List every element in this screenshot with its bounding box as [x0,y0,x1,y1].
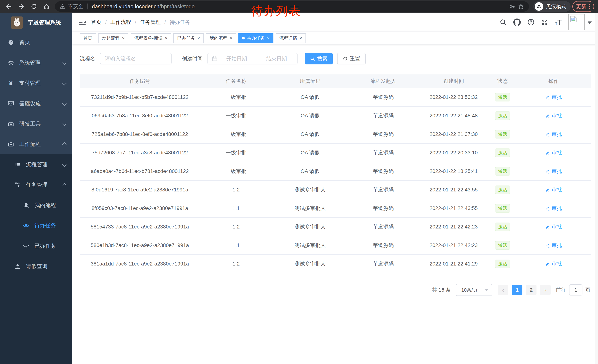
status-cell: 激活 [489,112,517,120]
status-badge: 激活 [495,148,510,157]
approve-link[interactable]: 审批 [545,149,562,156]
sidebar-toggle-button[interactable] [79,19,86,25]
approve-link[interactable]: 审批 [545,94,562,101]
next-page-button[interactable]: › [540,285,551,295]
tab-my-process[interactable]: 我的流程× [206,33,236,43]
sidebar-item-process-mgmt[interactable]: 流程管理 [0,154,72,175]
created-time-cell: 2022-01-21 22:42:23 [418,242,489,248]
column-header: 状态 [489,78,517,85]
browser-forward-button[interactable] [16,1,27,12]
reset-button[interactable]: 重置 [337,53,366,65]
approve-link[interactable]: 审批 [545,260,562,267]
column-header: 流程发起人 [348,78,418,85]
approve-link[interactable]: 审批 [545,131,562,138]
prev-page-button[interactable]: ‹ [498,285,508,295]
action-cell: 审批 [516,94,590,101]
status-badge: 激活 [495,93,510,101]
status-badge: 激活 [495,259,510,268]
address-bar[interactable]: 不安全 dashboard.yudao.iocoder.cn/bpm/task/… [55,1,529,12]
page-button-1[interactable]: 1 [512,285,523,295]
tab-done-tasks[interactable]: 已办任务× [173,33,204,43]
sidebar-item-infrastructure[interactable]: 基础设施 [0,93,72,114]
tab-close-icon[interactable]: × [230,36,233,40]
status-cell: 激活 [489,241,517,250]
key-icon[interactable] [509,4,515,9]
tab-process-detail[interactable]: 流程详情× [276,33,306,43]
tab-todo-tasks[interactable]: 待办任务× [238,33,274,43]
sidebar-item-done-tasks[interactable]: 已办任务 [0,236,72,256]
starter-cell: 芋道源码 [348,260,418,267]
tab-label: 待办任务 [247,35,265,41]
url-text: dashboard.yudao.iocoder.cn/bpm/task/todo [92,4,507,10]
approve-link[interactable]: 审批 [545,112,562,119]
tab-close-icon[interactable]: × [165,36,167,40]
chevron-down-icon [62,122,66,126]
sidebar-item-workflow[interactable]: 工作流程 [0,134,72,154]
sidebar-item-dev-tools[interactable]: 研发工具 [0,114,72,134]
top-navbar: 首页 / 工作流程 / 任务管理 / 待办任务 [72,13,598,32]
sidebar-item-label: 已办任务 [34,242,56,250]
tab-close-icon[interactable]: × [122,36,125,40]
page-button-2[interactable]: 2 [526,285,537,295]
sidebar-logo[interactable]: 芋道管理系统 [0,13,72,32]
page-size-select[interactable]: 10条/页 [456,284,492,296]
approve-label: 审批 [551,131,562,138]
page-content: 流程名 创建时间 开始日期 - 结束日期 搜索 重置 [72,44,598,364]
created-time-cell: 2022-01-21 22:43:55 [418,205,489,211]
browser-update-button[interactable]: 更新 [573,1,594,12]
status-cell: 激活 [489,93,517,101]
filter-form: 流程名 创建时间 开始日期 - 结束日期 搜索 重置 [80,53,590,65]
sidebar-item-label: 请假查询 [26,263,47,270]
sidebar-item-my-process[interactable]: 我的流程 [0,195,72,216]
tab-process-form-edit[interactable]: 流程表单-编辑× [131,33,171,43]
font-size-icon[interactable]: TT [555,19,562,25]
browser-home-button[interactable] [41,1,52,12]
process-name-input[interactable] [100,53,172,65]
process-cell: 测试多审批人 [272,205,348,212]
approve-link[interactable]: 审批 [545,223,562,230]
tab-home[interactable]: 首页 [80,33,96,43]
approve-link[interactable]: 审批 [545,242,562,249]
list-icon [14,162,21,168]
fullscreen-icon[interactable] [541,19,548,26]
update-label: 更新 [576,3,586,10]
help-icon[interactable] [527,19,534,26]
tab-start-process[interactable]: 发起流程× [98,33,128,43]
created-time-cell: 2022-01-22 21:37:30 [418,131,489,137]
github-icon[interactable] [513,18,521,26]
sidebar-item-leave-query[interactable]: 请假查询 [0,256,72,277]
tab-close-icon[interactable]: × [197,36,200,40]
user-menu[interactable] [568,14,592,30]
browser-menu-icon[interactable] [589,4,590,9]
task-name-cell: 一级审批 [200,149,272,156]
search-button[interactable]: 搜索 [305,53,333,65]
sidebar-item-system-mgmt[interactable]: 系统管理 [0,53,72,73]
tab-close-icon[interactable]: × [267,36,270,40]
header-search-icon[interactable] [500,19,507,26]
browser-reload-button[interactable] [29,1,39,12]
approve-link[interactable]: 审批 [545,168,562,175]
breadcrumb-home[interactable]: 首页 [91,19,101,26]
sidebar-item-payment-mgmt[interactable]: ¥支付管理 [0,73,72,93]
sidebar-item-todo-tasks[interactable]: 待办任务 [0,216,72,236]
window-scrollbar[interactable] [595,13,598,364]
date-range-picker[interactable]: 开始日期 - 结束日期 [208,53,298,65]
sidebar-item-home[interactable]: 首页 [0,32,72,53]
starter-cell: 芋道源码 [348,168,418,175]
address-separator [87,4,88,9]
approve-link[interactable]: 审批 [545,186,562,193]
breadcrumb-workflow[interactable]: 工作流程 [110,19,131,26]
goto-page-input[interactable] [569,284,582,296]
status-cell: 激活 [489,259,517,268]
table-row: 8f059c03-7ac8-11ec-a9e2-a2380e71991a1.1测… [80,199,590,218]
approve-link[interactable]: 审批 [545,205,562,212]
sidebar-item-task-mgmt[interactable]: 任务管理 [0,175,72,195]
breadcrumb-task-mgmt[interactable]: 任务管理 [140,19,161,26]
sidebar-item-label: 基础设施 [19,100,41,107]
task-name-cell: 1.1 [200,242,272,248]
browser-back-button[interactable] [3,1,14,12]
column-header: 所属流程 [272,78,348,85]
bookmark-star-icon[interactable] [518,3,524,10]
process-cell: OA 请假 [272,131,348,138]
tab-close-icon[interactable]: × [299,36,302,40]
